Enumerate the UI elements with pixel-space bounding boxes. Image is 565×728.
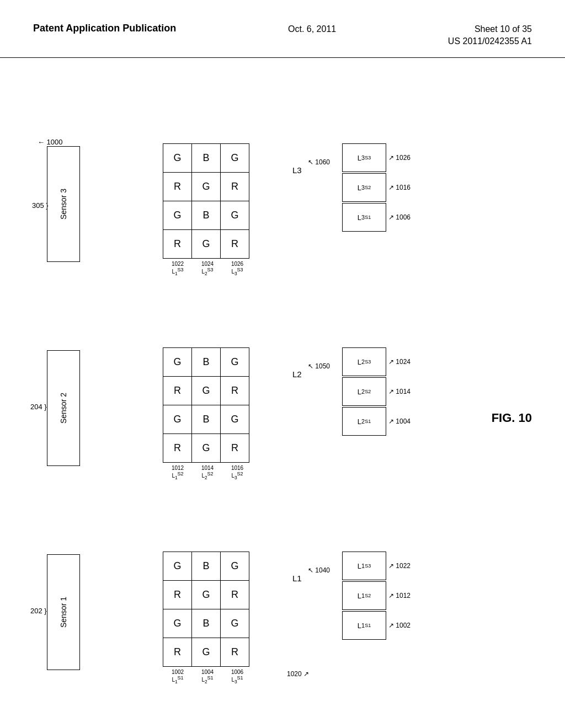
publication-title: Patent Application Publication	[33, 22, 176, 35]
L1-stack: L1S3 ↗ 1022 L1S2 ↗ 1012 L1S1 ↗ 1002	[342, 552, 411, 640]
sensor3-box: Sensor 3	[47, 146, 80, 262]
publication-date: Oct. 6, 2011	[288, 22, 336, 34]
patent-number: US 2011/0242355 A1	[448, 34, 532, 46]
fig-label: FIG. 10	[492, 411, 532, 425]
ref-1000: ← 1000	[38, 138, 63, 146]
sheet-number: Sheet 10 of 35	[475, 22, 532, 34]
L3-stack: L3S3 ↗ 1026 L3S2 ↗ 1016 L3S1 ↗ 1006	[342, 143, 411, 232]
ref-1040: ↖ 1040	[308, 566, 330, 574]
ref-204: 204 }	[30, 403, 47, 411]
L1-label: L1	[292, 574, 302, 583]
main-content: ← 1000 Sensor 3 305 } GBG RGR GBG RGR 10…	[0, 58, 565, 725]
ref-1060: ↖ 1060	[308, 158, 330, 166]
publication-label: Patent Application Publication	[33, 23, 176, 34]
sensor2-grid: GBG RGR GBG RGR	[163, 347, 249, 463]
sensor1-grid: GBG RGR GBG RGR	[163, 552, 249, 667]
L3-label: L3	[292, 165, 302, 175]
L2-label: L2	[292, 370, 302, 379]
page-header: Patent Application Publication Oct. 6, 2…	[0, 0, 565, 58]
ref-202: 202 }	[30, 607, 47, 615]
sensor1-col-labels: 1002 L1S1 1004 L2S1 1006 L3S1	[163, 669, 252, 684]
sensor2-col-labels: 1012 L1S2 1014 L2S2 1016 L3S2	[163, 465, 252, 480]
ref-1050: ↖ 1050	[308, 362, 330, 370]
L2-stack: L2S3 ↗ 1024 L2S2 ↗ 1014 L2S1 ↗ 1004	[342, 347, 411, 436]
sensor3-grid: GBG RGR GBG RGR	[163, 143, 249, 259]
sensor2-box: Sensor 2	[47, 350, 80, 466]
sensor1-box: Sensor 1	[47, 554, 80, 670]
ref-305: 305 }	[32, 201, 49, 210]
sensor3-col-labels: 1022 L1S3 1024 L2S3 1026 L3S3	[163, 261, 252, 276]
ref-1020: 1020 ↗	[287, 670, 309, 678]
